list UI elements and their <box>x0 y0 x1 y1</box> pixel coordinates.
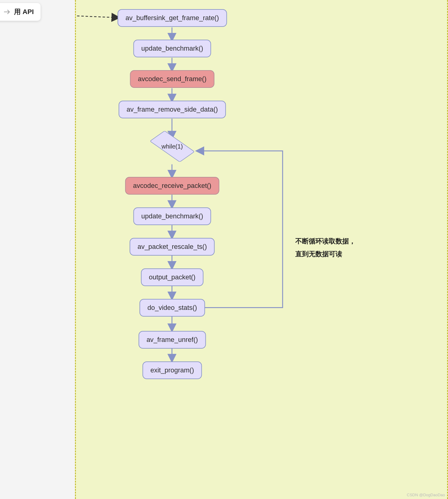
loop-annotation: 不断循环读取数据， 直到无数据可读 <box>295 235 356 260</box>
node-buffersink-get-frame-rate: av_buffersink_get_frame_rate() <box>118 9 227 27</box>
node-frame-unref: av_frame_unref() <box>139 331 206 349</box>
loop-line-2: 直到无数据可读 <box>295 248 356 260</box>
api-card: 用 API <box>0 3 41 21</box>
node-label: av_frame_remove_side_data() <box>126 106 218 113</box>
node-update-benchmark-2: update_benchmark() <box>133 207 211 225</box>
loop-line-1: 不断循环读取数据， <box>295 235 356 248</box>
api-title: 用 API <box>14 7 34 16</box>
node-remove-side-data: av_frame_remove_side_data() <box>119 101 226 118</box>
node-do-video-stats: do_video_stats() <box>140 299 205 317</box>
node-label: av_buffersink_get_frame_rate() <box>126 14 219 22</box>
node-label: avcodec_send_frame() <box>138 75 206 83</box>
node-label: output_packet() <box>149 273 196 281</box>
left-panel: 用 API <box>0 0 75 499</box>
node-avcodec-receive-packet: avcodec_receive_packet() <box>125 177 219 195</box>
svg-line-0 <box>76 14 119 18</box>
node-label: while(1) <box>162 143 183 150</box>
node-avcodec-send-frame: avcodec_send_frame() <box>130 70 214 88</box>
arrow-right-icon <box>3 8 11 16</box>
node-label: av_frame_unref() <box>147 336 198 343</box>
node-label: exit_program() <box>150 366 194 374</box>
node-exit-program: exit_program() <box>142 361 202 379</box>
node-label: update_benchmark() <box>141 45 203 52</box>
node-label: av_packet_rescale_ts() <box>137 243 207 250</box>
flowchart-area: av_buffersink_get_frame_rate() update_be… <box>75 0 448 499</box>
node-label: do_video_stats() <box>148 304 197 311</box>
node-packet-rescale-ts: av_packet_rescale_ts() <box>130 238 215 256</box>
node-output-packet: output_packet() <box>141 268 204 286</box>
watermark: CSDN @DogDaoDao <box>407 493 445 497</box>
node-label: avcodec_receive_packet() <box>133 182 212 189</box>
node-update-benchmark-1: update_benchmark() <box>133 40 211 57</box>
node-while-decision: while(1) <box>151 136 194 157</box>
node-label: update_benchmark() <box>141 212 203 220</box>
